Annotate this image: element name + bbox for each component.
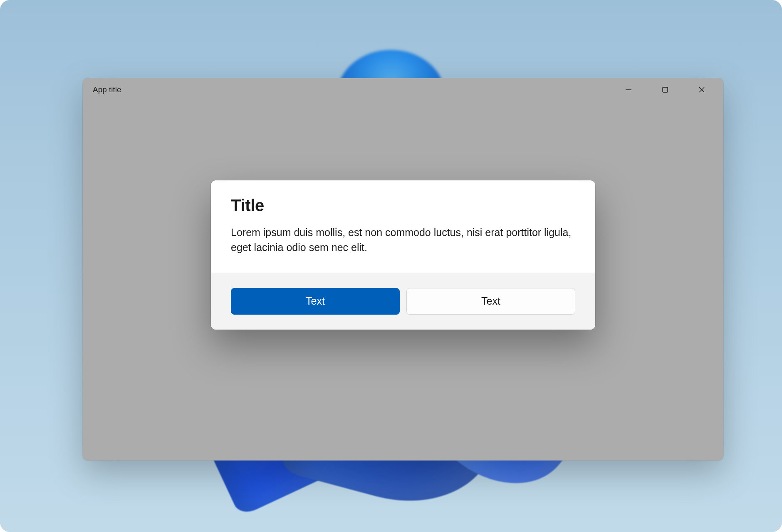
- maximize-button[interactable]: [647, 78, 683, 101]
- dialog-body: Title Lorem ipsum duis mollis, est non c…: [211, 180, 595, 273]
- dialog-title: Title: [231, 196, 575, 215]
- minimize-icon: [625, 86, 632, 93]
- maximize-icon: [662, 86, 668, 93]
- dialog-secondary-button[interactable]: Text: [406, 288, 575, 315]
- app-window: App title: [83, 78, 723, 461]
- svg-rect-1: [663, 87, 668, 92]
- dialog-footer: Text Text: [211, 273, 595, 330]
- close-button[interactable]: [683, 78, 720, 101]
- close-icon: [698, 86, 705, 93]
- app-title: App title: [93, 85, 121, 94]
- minimize-button[interactable]: [610, 78, 647, 101]
- content-dialog: Title Lorem ipsum duis mollis, est non c…: [211, 180, 595, 330]
- dialog-primary-button[interactable]: Text: [231, 288, 400, 315]
- window-content-area: Title Lorem ipsum duis mollis, est non c…: [83, 101, 723, 461]
- window-titlebar[interactable]: App title: [83, 78, 723, 101]
- dialog-body-text: Lorem ipsum duis mollis, est non commodo…: [231, 225, 575, 255]
- desktop-wallpaper: App title: [0, 0, 782, 532]
- caption-buttons: [610, 78, 723, 101]
